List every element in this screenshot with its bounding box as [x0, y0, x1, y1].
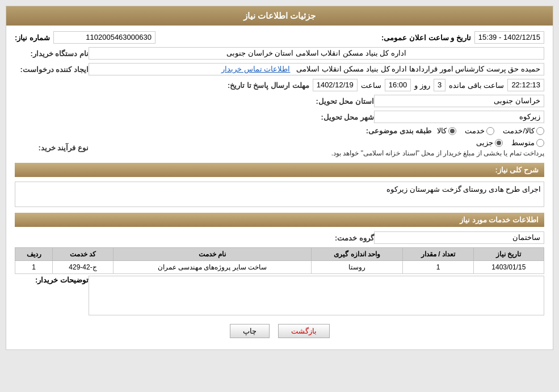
nav-jozi-radio[interactable]: [495, 139, 503, 147]
tabaqe-khedmat-radio[interactable]: [486, 127, 494, 135]
cell-radif: 1: [15, 261, 53, 274]
nav-label: نوع فرآیند خرید:: [15, 144, 89, 152]
mohlat-date-value: 1402/12/19: [313, 79, 358, 91]
tarikh-group: 1402/12/15 - 15:39 تاریخ و ساعت اعلان عم…: [381, 31, 544, 44]
back-button[interactable]: بازگشت: [278, 324, 330, 338]
table-header-row: تاریخ نیاز تعداد / مقدار واحد اندازه گیر…: [15, 248, 544, 261]
col-unit: واحد اندازه گیری: [312, 248, 403, 261]
card-body: 1402/12/15 - 15:39 تاریخ و ساعت اعلان عم…: [6, 26, 553, 349]
btn-row: بازگشت چاپ: [15, 324, 544, 338]
nav-group: متوسط جزیی: [94, 138, 544, 147]
namdastgah-value: اداره کل بنیاد مسکن انقلاب اسلامی استان …: [89, 47, 544, 60]
cell-unit: روستا: [312, 261, 403, 274]
services-section-title: اطلاعات خدمات مورد نیاز: [15, 213, 544, 227]
col-code: کد خدمت: [53, 248, 113, 261]
tozihat-row: توضیحات خریدار:: [15, 274, 544, 315]
shahr-label: شهر محل تحویل:: [300, 113, 374, 121]
namdastgah-label: نام دستگاه خریدار:: [15, 49, 89, 58]
nav-jozi-label: جزیی: [476, 138, 493, 147]
tabaqe-kala-khedmat-label: کالا/خدمت: [503, 127, 535, 135]
table-head: تاریخ نیاز تعداد / مقدار واحد اندازه گیر…: [15, 248, 544, 261]
nav-mottasat-radio[interactable]: [536, 139, 544, 147]
grohe-value: ساختمان: [374, 231, 544, 244]
tozihat-box: [89, 276, 544, 315]
table-row: 1403/01/15 1 روستا ساخت سایر پروژه‌های م…: [15, 261, 544, 274]
tabaqe-khedmat-item: خدمت: [465, 127, 494, 135]
tabaqe-kala-khedmat-item: کالا/خدمت: [503, 127, 544, 135]
page-wrapper: جزئیات اطلاعات نیاز 1402/12/15 - 15:39 ت…: [0, 0, 559, 392]
nav-row: متوسط جزیی پرداخت تمام یا بخشی از مبلغ خ…: [15, 138, 544, 157]
nav-jozi-item: جزیی: [476, 138, 503, 147]
tabaqe-label: طبقه بندی موضوعی:: [358, 127, 431, 135]
mohlat-row: 22:12:13 ساعت باقی مانده 3 روز و 16:00 س…: [15, 79, 544, 91]
col-count: تعداد / مقدار: [403, 248, 473, 261]
ijad-row: حمیده حق پرست کارشناس امور قراردادها ادا…: [15, 63, 544, 75]
tozihat-label: توضیحات خریدار:: [15, 274, 89, 284]
table-body: 1403/01/15 1 روستا ساخت سایر پروژه‌های م…: [15, 261, 544, 274]
saat-label: ساعت: [361, 81, 381, 90]
shomare-label: شماره نیاز:: [15, 33, 50, 42]
contact-link[interactable]: اطلاعات تماس خریدار: [221, 65, 290, 73]
namdastgah-row: اداره کل بنیاد مسکن انقلاب اسلامی استان …: [15, 47, 544, 60]
page-title: جزئیات اطلاعات نیاز: [243, 11, 316, 20]
tarikh-label: تاریخ و ساعت اعلان عمومی:: [381, 33, 471, 42]
tabaqe-kala-item: کالا: [437, 127, 456, 135]
ostan-value: خراسان جنوبی: [374, 95, 544, 107]
ijad-value: حمیده حق پرست کارشناس امور قراردادها ادا…: [89, 63, 544, 75]
roz-label: روز و: [414, 81, 430, 90]
sharh-value-display: اجرای طرح هادی روستای گزخت شهرستان زیرکو…: [15, 182, 544, 207]
ostan-label: استان محل تحویل:: [300, 97, 374, 106]
saat-value: 16:00: [385, 79, 411, 91]
mohlat-label: مهلت ارسال پاسخ تا تاریخ:: [223, 81, 309, 90]
top-info-row: 1402/12/15 - 15:39 تاریخ و ساعت اعلان عم…: [15, 31, 544, 44]
shahr-value: زیرکوه: [374, 111, 544, 123]
cell-count: 1: [403, 261, 473, 274]
col-name: نام خدمت: [113, 248, 312, 261]
services-table: تاریخ نیاز تعداد / مقدار واحد اندازه گیر…: [15, 247, 544, 274]
tabaqe-kala-radio[interactable]: [448, 127, 456, 135]
roz-value: 3: [434, 79, 445, 91]
shomare-group: 1102005463000630 شماره نیاز:: [15, 31, 155, 44]
nav-group-wrapper: متوسط جزیی پرداخت تمام یا بخشی از مبلغ خ…: [94, 138, 544, 157]
tabaqe-row: کالا/خدمت خدمت کالا طبقه بندی موضوعی:: [15, 127, 544, 135]
baqi-label: ساعت باقی مانده: [449, 81, 504, 90]
tabaqe-kala-label: کالا: [437, 127, 447, 135]
nav-mottasat-item: متوسط: [511, 138, 544, 147]
col-date: تاریخ نیاز: [473, 248, 544, 261]
card-header: جزئیات اطلاعات نیاز: [6, 6, 553, 26]
sharh-section-title: شرح کلی نیاز:: [15, 163, 544, 177]
tarikh-value: 1402/12/15 - 15:39: [474, 31, 544, 44]
shomare-value: 1102005463000630: [53, 31, 155, 44]
grohe-row: ساختمان گروه خدمت:: [15, 231, 544, 244]
ijad-label: ایجاد کننده درخواست:: [15, 65, 89, 74]
nav-note: پرداخت تمام یا بخشی از مبلغ خریدار از مح…: [94, 149, 544, 157]
grohe-label: گروه خدمت:: [300, 234, 374, 242]
print-button[interactable]: چاپ: [230, 324, 270, 338]
tabaqe-group: کالا/خدمت خدمت کالا: [437, 127, 544, 135]
col-radif: ردیف: [15, 248, 53, 261]
baqi-value: 22:12:13: [507, 79, 544, 91]
sharh-box-wrapper: document.querySelector('[data-name="shar…: [15, 182, 544, 207]
shahr-row: زیرکوه شهر محل تحویل:: [15, 111, 544, 123]
tabaqe-kala-khedmat-radio[interactable]: [536, 127, 544, 135]
cell-name: ساخت سایر پروژه‌های مهندسی عمران: [113, 261, 312, 274]
ostan-row: خراسان جنوبی استان محل تحویل:: [15, 95, 544, 107]
cell-date: 1403/01/15: [473, 261, 544, 274]
cell-code: ج-42-429: [53, 261, 113, 274]
nav-mottasat-label: متوسط: [511, 138, 535, 147]
main-card: جزئیات اطلاعات نیاز 1402/12/15 - 15:39 ت…: [6, 6, 553, 350]
tabaqe-khedmat-label: خدمت: [465, 127, 485, 135]
